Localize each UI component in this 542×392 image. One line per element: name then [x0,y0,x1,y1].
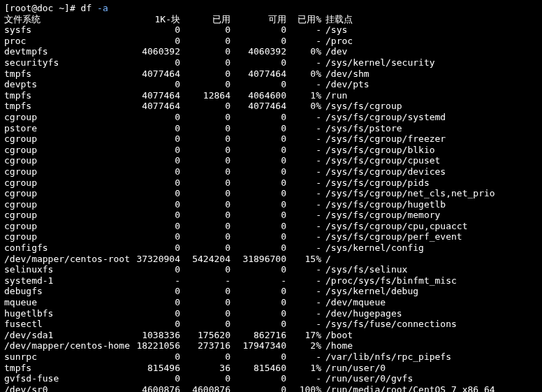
cell-mount: /proc/sys/fs/binfmt_misc [321,275,457,286]
cell-used: 0 [180,231,230,242]
cell-blocks: 0 [129,308,180,319]
cell-filesystem: systemd-1 [4,275,129,286]
cell-filesystem: /dev/mapper/centos-root [4,254,129,265]
cell-blocks: 0 [129,351,180,363]
table-row: /dev/mapper/centos-root37320904542420431… [4,254,538,265]
table-row: mqueue000-/dev/mqueue [4,297,538,308]
prompt-line[interactable]: [root@doc ~]# df -a [4,3,538,14]
cell-blocks: 37320904 [129,254,180,265]
header-filesystem: 文件系统 [4,14,129,25]
cell-use-pct: - [286,133,321,145]
cell-use-pct: 1% [286,363,321,374]
cell-avail: 0 [230,79,286,90]
cell-avail: 4077464 [230,68,286,80]
cell-used: 0 [180,36,230,47]
cell-blocks: 4077464 [129,68,180,80]
cell-filesystem: cgroup [4,166,129,177]
header-mount: 挂载点 [321,14,353,25]
cell-used: 0 [180,24,230,36]
cell-used: 0 [180,68,230,80]
cell-blocks: 0 [129,210,180,221]
header-use-pct: 已用% [286,14,321,25]
cell-use-pct: - [286,112,321,123]
header-avail: 可用 [230,14,286,25]
cell-filesystem: /dev/mapper/centos-home [4,340,129,351]
table-row: cgroup000-/sys/fs/cgroup/pids [4,177,538,189]
cell-use-pct: 2% [286,340,321,351]
cell-blocks: 1038336 [129,330,180,341]
cell-use-pct: - [286,36,321,47]
cell-filesystem: selinuxfs [4,264,129,275]
cell-filesystem: devtmpfs [4,46,129,57]
cell-filesystem: cgroup [4,177,129,189]
cell-used: 0 [180,133,230,145]
cell-mount: /sys/fs/selinux [321,264,407,275]
cell-blocks: 0 [129,188,180,199]
prompt-argument: -a [97,3,108,14]
cell-used: 4600876 [180,384,230,392]
cell-used: 0 [180,319,230,330]
table-row: configfs000-/sys/kernel/config [4,242,538,254]
cell-blocks: 0 [129,36,180,47]
cell-use-pct: - [286,79,321,90]
cell-avail: 0 [230,286,286,297]
cell-mount: /sys/fs/cgroup/blkio [321,145,435,156]
cell-used: 0 [180,373,230,384]
cell-filesystem: sysfs [4,24,129,36]
cell-blocks: 0 [129,221,180,232]
cell-blocks: 0 [129,79,180,90]
cell-mount: /sys/fs/cgroup/perf_event [321,231,462,242]
cell-avail: 0 [230,188,286,199]
cell-avail: 0 [230,308,286,319]
cell-filesystem: /dev/sda1 [4,330,129,341]
cell-avail: 0 [230,264,286,275]
cell-mount: /home [321,340,353,351]
cell-filesystem: devpts [4,79,129,90]
cell-avail: 17947340 [230,340,286,351]
cell-use-pct: - [286,275,321,286]
cell-blocks: 0 [129,177,180,189]
cell-use-pct: - [286,286,321,297]
cell-avail: 0 [230,155,286,166]
table-row: cgroup000-/sys/fs/cgroup/cpuset [4,155,538,166]
table-row: /dev/sr0460087646008760100%/run/media/ro… [4,384,538,392]
table-header: 文件系统 1K-块 已用 可用 已用% 挂载点 [4,14,538,25]
cell-filesystem: mqueue [4,297,129,308]
cell-avail: 31896700 [230,254,286,265]
cell-filesystem: cgroup [4,231,129,242]
cell-mount: /sys/fs/cgroup [321,101,402,112]
cell-use-pct: 15% [286,254,321,265]
cell-avail: 4064600 [230,90,286,101]
cell-use-pct: - [286,221,321,232]
table-row: tmpfs815496368154601%/run/user/0 [4,363,538,374]
cell-use-pct: 17% [286,330,321,341]
cell-used: 0 [180,145,230,156]
cell-avail: 0 [230,221,286,232]
cell-use-pct: - [286,373,321,384]
cell-mount: /sys/fs/cgroup/pids [321,177,430,189]
cell-mount: /dev/hugepages [321,308,402,319]
table-row: hugetlbfs000-/dev/hugepages [4,308,538,319]
cell-mount: /var/lib/nfs/rpc_pipefs [321,351,451,363]
cell-mount: /run/user/0/gvfs [321,373,413,384]
cell-filesystem: fusectl [4,319,129,330]
cell-use-pct: 1% [286,90,321,101]
cell-used: 175620 [180,330,230,341]
cell-used: 0 [180,155,230,166]
cell-blocks: 0 [129,264,180,275]
cell-filesystem: cgroup [4,112,129,123]
cell-used: 0 [180,199,230,210]
cell-use-pct: - [286,242,321,254]
cell-mount: /boot [321,330,353,341]
cell-avail: 0 [230,319,286,330]
cell-avail: 0 [230,177,286,189]
cell-avail: 0 [230,242,286,254]
cell-filesystem: cgroup [4,145,129,156]
table-body: sysfs000-/sysproc000-/procdevtmpfs406039… [4,24,538,392]
cell-blocks: 0 [129,24,180,36]
table-row: selinuxfs000-/sys/fs/selinux [4,264,538,275]
table-row: /dev/mapper/centos-home18221056273716179… [4,340,538,351]
cell-avail: 862716 [230,330,286,341]
cell-used: 12864 [180,90,230,101]
table-row: tmpfs40774641286440646001%/run [4,90,538,101]
